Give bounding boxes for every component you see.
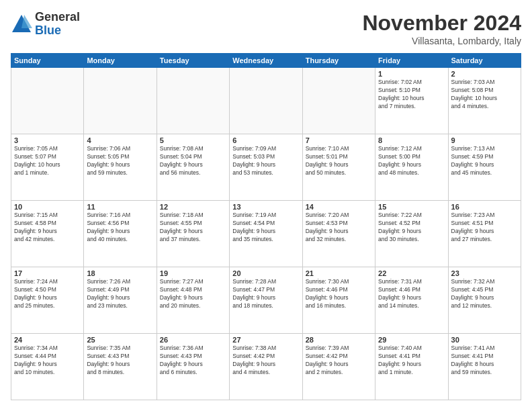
day-number: 9 bbox=[451, 136, 518, 144]
day-info: Sunrise: 7:19 AM Sunset: 4:54 PM Dayligh… bbox=[232, 212, 299, 244]
day-number: 24 bbox=[14, 336, 81, 344]
header-wednesday: Wednesday bbox=[230, 54, 302, 68]
table-row: 7Sunrise: 7:10 AM Sunset: 5:01 PM Daylig… bbox=[302, 134, 375, 201]
location: Villasanta, Lombardy, Italy bbox=[362, 36, 521, 46]
header-sunday: Sunday bbox=[11, 54, 84, 68]
day-info: Sunrise: 7:13 AM Sunset: 4:59 PM Dayligh… bbox=[451, 145, 518, 177]
table-row: 5Sunrise: 7:08 AM Sunset: 5:04 PM Daylig… bbox=[157, 134, 229, 201]
table-row: 2Sunrise: 7:03 AM Sunset: 5:08 PM Daylig… bbox=[448, 68, 521, 134]
header-saturday: Saturday bbox=[448, 54, 521, 68]
logo-blue-label: Blue bbox=[35, 24, 80, 38]
day-info: Sunrise: 7:36 AM Sunset: 4:43 PM Dayligh… bbox=[160, 345, 226, 377]
table-row: 16Sunrise: 7:23 AM Sunset: 4:51 PM Dayli… bbox=[448, 201, 521, 267]
day-number: 14 bbox=[306, 203, 372, 211]
day-info: Sunrise: 7:38 AM Sunset: 4:42 PM Dayligh… bbox=[232, 345, 299, 377]
day-number: 12 bbox=[160, 203, 226, 211]
table-row: 29Sunrise: 7:40 AM Sunset: 4:41 PM Dayli… bbox=[375, 334, 448, 400]
table-row bbox=[302, 68, 375, 134]
day-number: 5 bbox=[160, 136, 226, 144]
calendar-week-1: 1Sunrise: 7:02 AM Sunset: 5:10 PM Daylig… bbox=[11, 68, 521, 134]
day-info: Sunrise: 7:31 AM Sunset: 4:46 PM Dayligh… bbox=[378, 278, 445, 310]
day-info: Sunrise: 7:06 AM Sunset: 5:05 PM Dayligh… bbox=[87, 145, 153, 177]
day-info: Sunrise: 7:05 AM Sunset: 5:07 PM Dayligh… bbox=[14, 145, 81, 177]
day-number: 17 bbox=[14, 269, 81, 277]
day-info: Sunrise: 7:28 AM Sunset: 4:47 PM Dayligh… bbox=[232, 278, 299, 310]
header: General Blue November 2024 Villasanta, L… bbox=[11, 11, 521, 46]
table-row: 3Sunrise: 7:05 AM Sunset: 5:07 PM Daylig… bbox=[11, 134, 84, 201]
header-friday: Friday bbox=[375, 54, 448, 68]
day-info: Sunrise: 7:16 AM Sunset: 4:56 PM Dayligh… bbox=[87, 212, 153, 244]
table-row: 4Sunrise: 7:06 AM Sunset: 5:05 PM Daylig… bbox=[84, 134, 157, 201]
day-number: 22 bbox=[378, 269, 445, 277]
table-row bbox=[11, 68, 84, 134]
table-row: 25Sunrise: 7:35 AM Sunset: 4:43 PM Dayli… bbox=[84, 334, 157, 400]
table-row: 26Sunrise: 7:36 AM Sunset: 4:43 PM Dayli… bbox=[157, 334, 229, 400]
day-info: Sunrise: 7:09 AM Sunset: 5:03 PM Dayligh… bbox=[232, 145, 299, 177]
calendar-week-4: 17Sunrise: 7:24 AM Sunset: 4:50 PM Dayli… bbox=[11, 267, 521, 334]
day-number: 1 bbox=[378, 70, 445, 78]
logo-general-label: General bbox=[35, 11, 80, 24]
table-row: 6Sunrise: 7:09 AM Sunset: 5:03 PM Daylig… bbox=[230, 134, 302, 201]
table-row bbox=[157, 68, 229, 134]
day-number: 11 bbox=[87, 203, 153, 211]
calendar-table: Sunday Monday Tuesday Wednesday Thursday… bbox=[11, 53, 521, 400]
table-row bbox=[84, 68, 157, 134]
table-row: 18Sunrise: 7:26 AM Sunset: 4:49 PM Dayli… bbox=[84, 267, 157, 334]
calendar-week-2: 3Sunrise: 7:05 AM Sunset: 5:07 PM Daylig… bbox=[11, 134, 521, 201]
logo-text: General Blue bbox=[35, 11, 80, 38]
table-row: 1Sunrise: 7:02 AM Sunset: 5:10 PM Daylig… bbox=[375, 68, 448, 134]
table-row: 23Sunrise: 7:32 AM Sunset: 4:45 PM Dayli… bbox=[448, 267, 521, 334]
table-row: 28Sunrise: 7:39 AM Sunset: 4:42 PM Dayli… bbox=[302, 334, 375, 400]
title-block: November 2024 Villasanta, Lombardy, Ital… bbox=[362, 11, 521, 46]
table-row: 21Sunrise: 7:30 AM Sunset: 4:46 PM Dayli… bbox=[302, 267, 375, 334]
day-number: 15 bbox=[378, 203, 445, 211]
header-tuesday: Tuesday bbox=[157, 54, 229, 68]
logo: General Blue bbox=[11, 11, 80, 38]
day-number: 19 bbox=[160, 269, 226, 277]
day-number: 26 bbox=[160, 336, 226, 344]
day-info: Sunrise: 7:12 AM Sunset: 5:00 PM Dayligh… bbox=[378, 145, 445, 177]
day-info: Sunrise: 7:35 AM Sunset: 4:43 PM Dayligh… bbox=[87, 345, 153, 377]
day-info: Sunrise: 7:30 AM Sunset: 4:46 PM Dayligh… bbox=[306, 278, 372, 310]
day-number: 7 bbox=[306, 136, 372, 144]
page: General Blue November 2024 Villasanta, L… bbox=[0, 0, 532, 411]
day-info: Sunrise: 7:08 AM Sunset: 5:04 PM Dayligh… bbox=[160, 145, 226, 177]
day-number: 8 bbox=[378, 136, 445, 144]
table-row: 24Sunrise: 7:34 AM Sunset: 4:44 PM Dayli… bbox=[11, 334, 84, 400]
header-monday: Monday bbox=[84, 54, 157, 68]
table-row: 27Sunrise: 7:38 AM Sunset: 4:42 PM Dayli… bbox=[230, 334, 302, 400]
day-info: Sunrise: 7:39 AM Sunset: 4:42 PM Dayligh… bbox=[306, 345, 372, 377]
day-number: 3 bbox=[14, 136, 81, 144]
day-number: 25 bbox=[87, 336, 153, 344]
day-number: 21 bbox=[306, 269, 372, 277]
day-number: 20 bbox=[232, 269, 299, 277]
calendar-week-3: 10Sunrise: 7:15 AM Sunset: 4:58 PM Dayli… bbox=[11, 201, 521, 267]
day-info: Sunrise: 7:15 AM Sunset: 4:58 PM Dayligh… bbox=[14, 212, 81, 244]
table-row: 8Sunrise: 7:12 AM Sunset: 5:00 PM Daylig… bbox=[375, 134, 448, 201]
day-info: Sunrise: 7:41 AM Sunset: 4:41 PM Dayligh… bbox=[451, 345, 518, 377]
table-row: 14Sunrise: 7:20 AM Sunset: 4:53 PM Dayli… bbox=[302, 201, 375, 267]
svg-marker-1 bbox=[21, 15, 32, 28]
day-number: 18 bbox=[87, 269, 153, 277]
day-number: 13 bbox=[232, 203, 299, 211]
day-info: Sunrise: 7:23 AM Sunset: 4:51 PM Dayligh… bbox=[451, 212, 518, 244]
table-row: 13Sunrise: 7:19 AM Sunset: 4:54 PM Dayli… bbox=[230, 201, 302, 267]
day-number: 2 bbox=[451, 70, 518, 78]
day-number: 30 bbox=[451, 336, 518, 344]
day-info: Sunrise: 7:18 AM Sunset: 4:55 PM Dayligh… bbox=[160, 212, 226, 244]
logo-icon bbox=[11, 13, 32, 35]
table-row: 9Sunrise: 7:13 AM Sunset: 4:59 PM Daylig… bbox=[448, 134, 521, 201]
day-number: 28 bbox=[306, 336, 372, 344]
day-info: Sunrise: 7:26 AM Sunset: 4:49 PM Dayligh… bbox=[87, 278, 153, 310]
day-info: Sunrise: 7:40 AM Sunset: 4:41 PM Dayligh… bbox=[378, 345, 445, 377]
day-number: 10 bbox=[14, 203, 81, 211]
day-info: Sunrise: 7:32 AM Sunset: 4:45 PM Dayligh… bbox=[451, 278, 518, 310]
table-row: 11Sunrise: 7:16 AM Sunset: 4:56 PM Dayli… bbox=[84, 201, 157, 267]
calendar-header-row: Sunday Monday Tuesday Wednesday Thursday… bbox=[11, 54, 521, 68]
day-info: Sunrise: 7:20 AM Sunset: 4:53 PM Dayligh… bbox=[306, 212, 372, 244]
day-info: Sunrise: 7:34 AM Sunset: 4:44 PM Dayligh… bbox=[14, 345, 81, 377]
day-number: 27 bbox=[232, 336, 299, 344]
day-number: 4 bbox=[87, 136, 153, 144]
table-row: 15Sunrise: 7:22 AM Sunset: 4:52 PM Dayli… bbox=[375, 201, 448, 267]
day-number: 29 bbox=[378, 336, 445, 344]
